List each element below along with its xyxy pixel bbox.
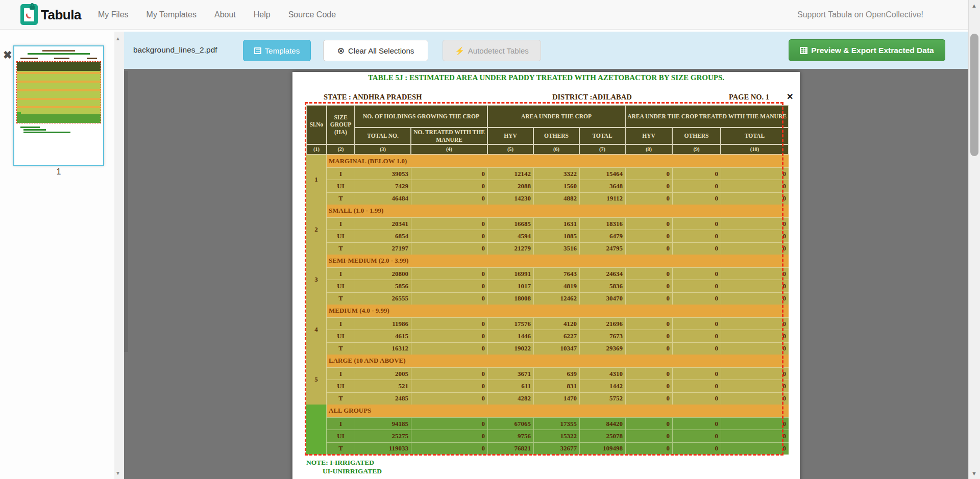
document-scrollbar-thumb[interactable] <box>124 71 128 352</box>
scroll-up-icon[interactable]: ▲ <box>971 3 977 9</box>
mini-title-line <box>28 53 90 55</box>
selection-region[interactable] <box>305 102 783 456</box>
district-label: DISTRICT :ADILABAD <box>552 93 632 102</box>
current-filename: background_lines_2.pdf <box>133 45 217 55</box>
nav-links: My Files My Templates About Help Source … <box>98 10 336 19</box>
nav-about[interactable]: About <box>214 10 236 19</box>
circle-x-icon: ⊗ <box>337 46 345 55</box>
mini-state-line <box>87 58 97 59</box>
table-notes: NOTE: I-IRRIGATED UI-UNIRRIGATED <box>306 458 382 475</box>
mini-title-line <box>42 50 75 52</box>
state-label: STATE : ANDHRA PRADESH <box>324 93 422 102</box>
support-link[interactable]: Support Tabula on OpenCollective! <box>797 10 923 19</box>
templates-button[interactable]: Templates <box>243 40 311 61</box>
nav-my-templates[interactable]: My Templates <box>146 10 197 19</box>
mini-table <box>17 62 101 123</box>
mini-selection-border <box>16 61 101 123</box>
scroll-up-icon[interactable]: ▲ <box>115 36 120 41</box>
page-thumbnail[interactable] <box>13 45 104 166</box>
page-no-label: PAGE NO. 1 <box>729 93 769 102</box>
tabula-app: Tabula My Files My Templates About Help … <box>0 0 980 479</box>
clear-all-selections-button[interactable]: ⊗ Clear All Selections <box>323 40 428 61</box>
window-scrollbar[interactable]: ▲ ▼ <box>968 0 980 479</box>
navbar: Tabula My Files My Templates About Help … <box>0 0 980 30</box>
brand-title: Tabula <box>41 7 81 23</box>
close-selection-icon[interactable]: ✕ <box>787 92 793 102</box>
preview-export-button[interactable]: Preview & Export Extracted Data <box>789 39 945 61</box>
nav-source-code[interactable]: Source Code <box>288 10 336 19</box>
document-view: TABLE 5J : ESTIMATED AREA UNDER PADDY TR… <box>124 69 968 479</box>
page-number-label: 1 <box>13 167 104 177</box>
mini-state-line <box>54 58 69 59</box>
nav-help[interactable]: Help <box>254 10 271 19</box>
nav-my-files[interactable]: My Files <box>98 10 129 19</box>
toolbar: background_lines_2.pdf Templates ⊗ Clear… <box>124 32 968 69</box>
autodetect-tables-button[interactable]: ⚡ Autodetect Tables <box>443 40 541 61</box>
lightning-icon: ⚡ <box>455 47 464 55</box>
pdf-page[interactable]: TABLE 5J : ESTIMATED AREA UNDER PADDY TR… <box>292 72 800 479</box>
templates-icon <box>254 47 261 54</box>
remove-page-icon[interactable]: ✖ <box>3 49 12 61</box>
tabula-logo-icon[interactable] <box>20 4 38 25</box>
mini-state-line <box>20 58 38 59</box>
scroll-down-icon[interactable]: ▼ <box>971 470 977 476</box>
spreadsheet-icon <box>800 47 807 54</box>
table-title: TABLE 5J : ESTIMATED AREA UNDER PADDY TR… <box>292 73 800 82</box>
thumbnail-sidebar: ✖ 1 <box>0 30 124 479</box>
sidebar-scrollbar[interactable]: ▲ ▼ <box>114 32 124 479</box>
scroll-down-icon[interactable]: ▼ <box>115 470 120 476</box>
scrollbar-thumb[interactable] <box>970 34 978 156</box>
